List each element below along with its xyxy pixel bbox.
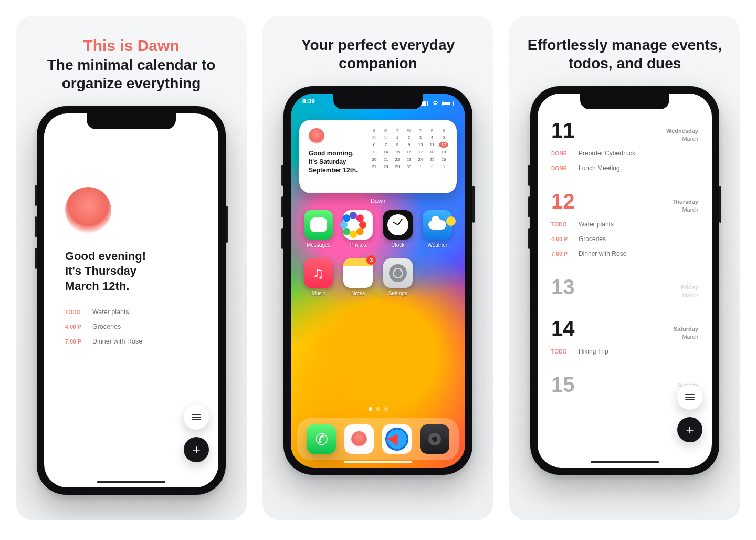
calendar-dow: S xyxy=(439,128,448,133)
calendar-day[interactable]: 30 xyxy=(370,134,379,140)
app-photos[interactable]: Photos xyxy=(342,210,375,248)
calendar-day[interactable]: 14 xyxy=(381,149,391,155)
notes-icon: 3 xyxy=(343,258,373,288)
page-indicator[interactable] xyxy=(291,407,465,411)
event-label: Groceries xyxy=(579,235,606,243)
dawn-widget[interactable]: Good morning. It's Saturday September 12… xyxy=(299,120,457,193)
agenda-item[interactable]: DONELunch Meeting xyxy=(551,164,698,172)
screen-dawn-today: Good evening! It's Thursday March 12th. … xyxy=(44,113,218,487)
add-button[interactable]: + xyxy=(677,417,702,442)
event-row[interactable]: 7:00 PDinner with Rose xyxy=(65,338,202,345)
phone-icon: ✆ xyxy=(315,430,328,449)
home-indicator[interactable] xyxy=(344,461,412,463)
calendar-day[interactable]: 31 xyxy=(381,134,391,140)
calendar-day[interactable]: 8 xyxy=(393,142,402,148)
event-label: Preorder Cybertruck xyxy=(579,150,635,157)
page-dot[interactable] xyxy=(384,407,388,411)
agenda-day[interactable]: 12ThursdayMarchTODOWater plants4:00 PGro… xyxy=(551,190,698,257)
app-label: Music xyxy=(312,290,326,296)
calendar-day[interactable]: 17 xyxy=(416,149,425,155)
calendar-day[interactable]: 11 xyxy=(427,142,437,148)
calendar-day[interactable]: 5 xyxy=(439,134,448,140)
agenda-day[interactable]: 11WednesdayMarchDONEPreorder CybertruckD… xyxy=(551,119,698,172)
notification-badge: 3 xyxy=(366,255,376,265)
agenda-day-meta: SaturdayMarch xyxy=(674,325,698,340)
agenda-day[interactable]: 13FridayMarch xyxy=(551,275,698,299)
agenda-day-number: 15 xyxy=(551,373,575,397)
calendar-day[interactable]: 2 xyxy=(404,134,414,140)
photos-icon xyxy=(349,216,367,234)
event-row[interactable]: TODOWater plants xyxy=(65,308,202,316)
calendar-day[interactable]: 3 xyxy=(439,164,448,170)
agenda-day[interactable]: 15SundayMarch xyxy=(551,373,698,397)
calendar-day[interactable]: 16 xyxy=(404,149,414,155)
menu-icon xyxy=(192,414,201,420)
menu-button[interactable] xyxy=(677,385,702,410)
app-settings[interactable]: Settings xyxy=(382,258,414,296)
calendar-day[interactable]: 21 xyxy=(381,157,391,162)
event-label: Water plants xyxy=(579,221,614,228)
add-button[interactable]: + xyxy=(184,437,209,462)
calendar-day[interactable]: 26 xyxy=(439,157,448,162)
card3-title: Effortlessly manage events, todos, and d… xyxy=(525,36,724,72)
app-clock[interactable]: Clock xyxy=(382,210,414,248)
app-music[interactable]: ♫Music xyxy=(302,258,335,296)
agenda-item[interactable]: 7:00 PDinner with Rose xyxy=(551,250,698,257)
widget-line: Good morning. xyxy=(309,149,362,158)
calendar-day[interactable]: 27 xyxy=(370,164,379,170)
calendar-day[interactable]: 2 xyxy=(427,164,437,170)
widget-greeting: Good morning. It's Saturday September 12… xyxy=(309,149,362,175)
status-indicators xyxy=(420,98,454,109)
calendar-day[interactable]: 4 xyxy=(427,134,437,140)
promo-card-2: Your perfect everyday companion 8:39 xyxy=(262,16,494,520)
agenda-item[interactable]: 4:00 PGroceries xyxy=(551,235,698,243)
calendar-day[interactable]: 3 xyxy=(416,134,425,140)
phone-mockup-3: 11WednesdayMarchDONEPreorder CybertruckD… xyxy=(530,86,719,475)
calendar-day[interactable]: 18 xyxy=(427,149,437,155)
plus-icon: + xyxy=(686,423,694,437)
dock-app-safari[interactable] xyxy=(382,424,412,454)
home-indicator[interactable] xyxy=(591,461,659,463)
camera-icon xyxy=(428,433,441,445)
dock-app-dawn[interactable] xyxy=(344,424,374,454)
page-dot[interactable] xyxy=(376,407,380,411)
calendar-dow: W xyxy=(404,128,414,133)
calendar-day[interactable]: 20 xyxy=(370,157,379,162)
agenda-day[interactable]: 14SaturdayMarchTODOHiking Trip xyxy=(551,317,698,355)
calendar-day[interactable]: 28 xyxy=(381,164,391,170)
speech-bubble-icon xyxy=(310,217,327,232)
calendar-day[interactable]: 19 xyxy=(439,149,448,155)
event-row[interactable]: 4:00 PGroceries xyxy=(65,323,202,330)
calendar-day[interactable]: 1 xyxy=(393,134,402,140)
agenda-item[interactable]: TODOWater plants xyxy=(551,221,698,228)
calendar-day[interactable]: 25 xyxy=(427,157,437,162)
calendar-day[interactable]: 24 xyxy=(416,157,425,162)
widget-line: September 12th. xyxy=(309,166,362,174)
calendar-day[interactable]: 13 xyxy=(370,149,379,155)
app-weather[interactable]: Weather xyxy=(422,210,454,248)
calendar-day[interactable]: 22 xyxy=(393,157,402,162)
calendar-day[interactable]: 9 xyxy=(404,142,414,148)
calendar-day[interactable]: 29 xyxy=(393,164,402,170)
agenda-item[interactable]: DONEPreorder Cybertruck xyxy=(551,150,698,157)
wifi-icon xyxy=(432,101,439,106)
calendar-day[interactable]: 7 xyxy=(381,142,391,148)
page-dot[interactable] xyxy=(369,407,372,411)
dock-app-camera[interactable] xyxy=(420,424,449,454)
calendar-day[interactable]: 12 xyxy=(439,142,448,148)
menu-button[interactable] xyxy=(184,404,209,430)
battery-icon xyxy=(442,101,454,106)
calendar-day[interactable]: 23 xyxy=(404,157,414,162)
app-messages[interactable]: Messages xyxy=(302,210,335,248)
calendar-day[interactable]: 10 xyxy=(416,142,425,148)
calendar-day[interactable]: 30 xyxy=(404,164,414,170)
home-indicator[interactable] xyxy=(97,481,165,483)
calendar-day[interactable]: 6 xyxy=(370,142,379,148)
calendar-day[interactable]: 1 xyxy=(416,164,425,170)
dock-app-phone[interactable]: ✆ xyxy=(307,424,336,454)
calendar-day[interactable]: 15 xyxy=(393,149,402,155)
app-label: Photos xyxy=(350,242,366,248)
app-notes[interactable]: 3Notes xyxy=(342,258,375,296)
screen-ios-home: 8:39 Good morning. It's Saturday Septemb… xyxy=(291,94,465,468)
agenda-item[interactable]: TODOHiking Trip xyxy=(551,348,698,355)
